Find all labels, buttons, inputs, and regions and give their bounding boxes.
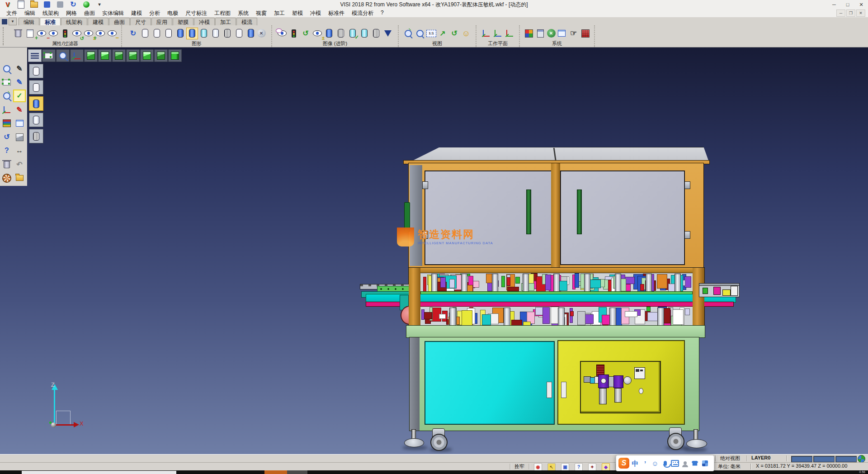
plane-tool-icon[interactable] <box>1 76 13 88</box>
selection-plane-icon[interactable] <box>42 49 56 62</box>
grid-window-icon[interactable] <box>14 118 25 129</box>
zoom-window-icon[interactable] <box>415 28 425 39</box>
workplane-align-icon[interactable] <box>492 28 503 39</box>
ribbon-tab[interactable]: 加工 <box>215 18 236 25</box>
filter-advanced-icon[interactable] <box>288 28 299 39</box>
measure-icon[interactable]: ↔ <box>14 145 25 156</box>
shade-flat-icon[interactable] <box>210 28 221 39</box>
navigate-wheel-icon[interactable] <box>1 172 13 184</box>
maximize-button[interactable]: □ <box>841 0 854 9</box>
close-button[interactable]: ✕ <box>854 0 868 9</box>
ime-punct-icon[interactable]: ’ <box>641 458 649 469</box>
options-window-icon[interactable] <box>557 28 567 39</box>
color-swatch[interactable] <box>791 456 812 462</box>
menu-item[interactable]: 线架构 <box>39 9 62 18</box>
globe-icon[interactable] <box>857 455 865 463</box>
eyes-advanced-icon[interactable] <box>277 28 288 39</box>
view-iso-icon[interactable] <box>168 49 182 62</box>
axis-triad-icon[interactable] <box>70 49 84 62</box>
toggle-visibility-icon[interactable] <box>83 28 94 39</box>
menu-item[interactable]: ? <box>377 9 387 18</box>
color-swatch[interactable] <box>835 456 857 462</box>
shade-solid-active-icon[interactable] <box>187 28 198 39</box>
viewport-3d[interactable]: ✎✎✓✎↺?↔↶ <box>0 47 868 455</box>
confirm-icon[interactable]: ✓ <box>14 90 25 102</box>
taskbar-app-light[interactable] <box>22 471 176 474</box>
zoom-in-icon[interactable] <box>403 28 414 39</box>
menu-item[interactable]: 编辑 <box>21 9 39 18</box>
regen-graphics-icon[interactable]: ↻ <box>128 28 139 39</box>
ribbon-tab[interactable]: 线架构 <box>61 18 87 25</box>
clear-attributes-icon[interactable] <box>13 28 24 39</box>
ime-skin-icon[interactable] <box>691 458 699 469</box>
view-bottom-icon[interactable] <box>154 49 168 62</box>
sogou-logo-icon[interactable]: S <box>618 458 629 469</box>
menu-item[interactable]: 实体编辑 <box>99 9 127 18</box>
help-icon[interactable]: ? <box>1 145 13 156</box>
menu-item[interactable]: 加工 <box>270 9 288 18</box>
image-shade-cyan-icon[interactable] <box>359 28 370 39</box>
shade-solid-icon[interactable] <box>175 28 186 39</box>
menu-item[interactable]: 曲面 <box>80 9 99 18</box>
view-back-icon[interactable] <box>112 49 126 62</box>
menu-item[interactable]: 分析 <box>146 9 164 18</box>
show-entities-icon[interactable] <box>36 28 47 39</box>
calculator-icon[interactable] <box>535 28 546 39</box>
ime-mic-icon[interactable] <box>661 458 669 469</box>
view-right-icon[interactable] <box>140 49 154 62</box>
spline-tool-icon[interactable]: ✎ <box>14 76 25 88</box>
view-top-icon[interactable] <box>84 49 98 62</box>
rotate-view-icon[interactable]: ↺ <box>449 28 460 39</box>
image-shade-striped-icon[interactable] <box>335 28 346 39</box>
ime-keyboard-icon[interactable] <box>671 458 679 469</box>
color-swatch[interactable] <box>813 456 835 462</box>
menu-item[interactable]: 塑模 <box>288 9 307 18</box>
shade-wireframe-icon[interactable] <box>140 28 151 39</box>
filter-traffic-icon[interactable] <box>60 28 71 39</box>
shade-delete-icon[interactable] <box>234 28 245 39</box>
menu-item[interactable]: 建模 <box>127 9 146 18</box>
view-front-icon[interactable] <box>98 49 112 62</box>
show-all-icon[interactable] <box>95 28 106 39</box>
taskbar-app-orange[interactable] <box>264 470 287 474</box>
menu-item[interactable]: 系统 <box>234 9 252 18</box>
regen-view-icon[interactable]: ↺ <box>1 131 13 143</box>
zoom-view-icon[interactable] <box>56 49 70 62</box>
shade-hidden-icon[interactable] <box>29 80 43 95</box>
doc-attributes-icon[interactable] <box>24 28 35 39</box>
ribbon-tab[interactable]: 冲模 <box>194 18 215 25</box>
shade-shaded-edges-icon[interactable] <box>29 113 43 127</box>
edit-erase-icon[interactable]: ✎ <box>14 63 25 75</box>
shade-transparent-icon[interactable] <box>198 28 209 39</box>
ribbon-tab[interactable]: 塑膜 <box>173 18 193 25</box>
shade-shaded-icon[interactable] <box>29 96 43 111</box>
shade-hidden-line-icon[interactable] <box>151 28 162 39</box>
toolbar-grip[interactable] <box>3 27 6 45</box>
render-settings-icon[interactable]: ✕ <box>257 29 266 38</box>
minimize-button[interactable]: ─ <box>827 0 841 9</box>
pan-view-icon[interactable]: ↗ <box>437 28 448 39</box>
delete-icon[interactable] <box>1 159 13 171</box>
ime-emoji-icon[interactable]: ☺ <box>651 458 659 469</box>
menu-item[interactable]: 尺寸标注 <box>182 9 211 18</box>
zoom-scale-icon[interactable]: 1:1 <box>426 30 436 37</box>
image-shade-mesh-icon[interactable] <box>371 28 382 39</box>
refresh-visibility-icon[interactable] <box>71 28 82 39</box>
section-view-icon[interactable] <box>382 28 393 39</box>
viewport-menu-icon[interactable] <box>28 49 42 62</box>
open-copy-icon[interactable] <box>14 172 25 184</box>
demo-mode-icon[interactable]: ☺ <box>461 28 472 39</box>
zoom-extents-icon[interactable] <box>1 90 13 102</box>
menu-item[interactable]: 模流分析 <box>348 9 377 18</box>
pick-settings-icon[interactable]: ☞ <box>568 28 579 39</box>
ime-user-icon[interactable] <box>681 458 689 469</box>
mdi-restore-button[interactable]: ❐ <box>846 9 855 17</box>
ribbon-tab[interactable]: 标准 <box>40 18 61 25</box>
shade-mesh-icon[interactable] <box>222 28 233 39</box>
mdi-close-button[interactable]: ✕ <box>856 9 865 17</box>
tab-dropdown-icon[interactable]: ▼ <box>9 18 17 25</box>
menu-item[interactable]: 冲模 <box>307 9 325 18</box>
ribbon-tab[interactable]: 编辑 <box>19 18 39 25</box>
ribbon-tab[interactable]: 模流 <box>236 18 257 25</box>
absolute-view-label[interactable]: 绝对视图 <box>720 455 740 462</box>
